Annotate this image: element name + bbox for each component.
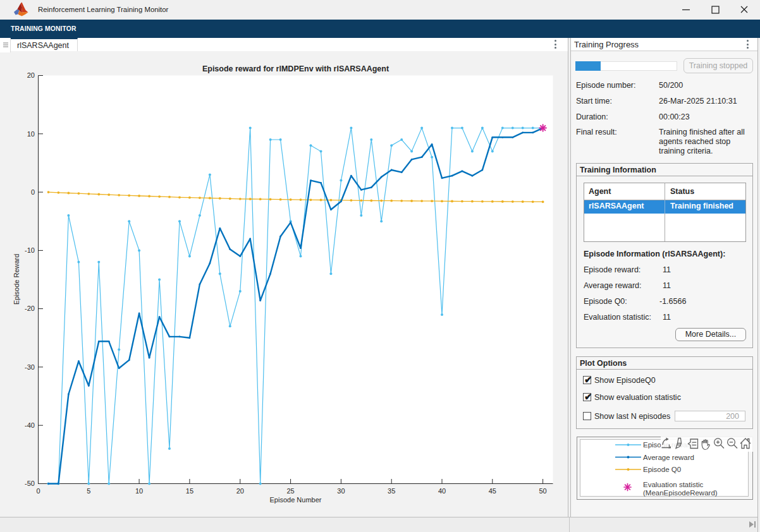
svg-text:Episode reward for rlMDPEnv wi: Episode reward for rlMDPEnv with rlSARSA… [202,64,389,73]
svg-text:Episode Reward: Episode Reward [13,254,20,305]
svg-text:Evaluation statistic: Evaluation statistic [643,481,703,488]
svg-text:25: 25 [286,487,294,495]
svg-text:-40: -40 [25,421,35,429]
svg-text:10: 10 [27,130,35,138]
svg-text:-10: -10 [25,246,35,254]
svg-text:20: 20 [236,487,244,495]
svg-text:-20: -20 [25,305,35,312]
svg-text:40: 40 [438,487,446,495]
svg-text:5: 5 [87,487,90,495]
svg-text:10: 10 [135,487,143,495]
svg-text:20: 20 [27,71,35,79]
svg-text:35: 35 [388,487,395,495]
svg-text:Average reward: Average reward [643,454,694,461]
svg-text:0: 0 [36,487,40,495]
svg-text:Episode Q0: Episode Q0 [643,466,681,473]
svg-text:Episode Number: Episode Number [270,496,322,504]
svg-text:30: 30 [337,487,345,495]
svg-text:-50: -50 [25,480,35,487]
svg-text:-30: -30 [25,363,35,371]
svg-text:(MeanEpisodeReward): (MeanEpisodeReward) [643,489,718,497]
svg-text:45: 45 [489,487,496,495]
svg-text:0: 0 [31,188,35,196]
svg-text:50: 50 [539,487,546,495]
svg-text:15: 15 [186,487,193,495]
